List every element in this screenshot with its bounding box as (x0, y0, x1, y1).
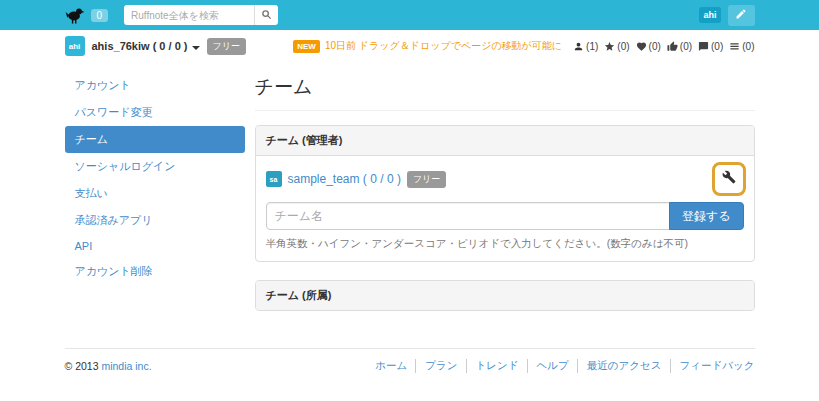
footer-link-plan[interactable]: プラン (415, 359, 457, 373)
wrench-icon (722, 170, 736, 188)
plan-badge: フリー (207, 38, 246, 55)
settings-sidebar: アカウント パスワード変更 チーム ソーシャルログイン 支払い 承認済みアプリ … (65, 72, 245, 322)
news-link[interactable]: 10日前 ドラッグ＆ドロップでページの移動が可能に (325, 39, 562, 53)
stat-hearts[interactable]: (0) (636, 41, 661, 52)
sidebar-item-authorized-apps[interactable]: 承認済みアプリ (65, 207, 245, 234)
sidebar-item-delete-account[interactable]: アカウント削除 (65, 258, 245, 285)
footer-link-help[interactable]: ヘルプ (527, 359, 569, 373)
footer-link-recent-access[interactable]: 最近のアクセス (577, 359, 662, 373)
search-button[interactable] (254, 5, 278, 25)
member-team-panel: チーム (所属) (255, 280, 755, 311)
stat-count: (0) (711, 41, 723, 52)
stat-count: (0) (617, 41, 629, 52)
team-settings-button[interactable] (718, 167, 740, 191)
team-name-input[interactable] (266, 202, 670, 230)
team-avatar[interactable]: sa (266, 171, 282, 187)
stat-count: (1) (586, 41, 598, 52)
username-dropdown[interactable]: ahis_76kiw ( 0 / 0 ) (92, 40, 200, 52)
site-search (124, 5, 278, 25)
stat-count: (0) (680, 41, 692, 52)
user-info-bar: ahi ahis_76kiw ( 0 / 0 ) フリー NEW 10日前 ドラ… (0, 30, 819, 62)
sidebar-item-social-login[interactable]: ソーシャルログイン (65, 153, 245, 180)
admin-panel-header: チーム (管理者) (256, 126, 754, 156)
page-footer: © 2013 mindia inc. ホーム プラン トレンド ヘルプ 最近のア… (65, 348, 755, 401)
team-row: sa sample_team ( 0 / 0 ) フリー (266, 166, 744, 192)
stat-thumbs[interactable]: (0) (667, 41, 692, 52)
footer-link-trend[interactable]: トレンド (466, 359, 519, 373)
sidebar-item-api[interactable]: API (65, 234, 245, 258)
stat-lists[interactable]: (0) (729, 41, 754, 52)
stat-comments[interactable]: (0) (698, 41, 723, 52)
footer-links: ホーム プラン トレンド ヘルプ 最近のアクセス フィードバック (375, 359, 754, 373)
sidebar-item-payment[interactable]: 支払い (65, 180, 245, 207)
stat-stars[interactable]: (0) (604, 41, 629, 52)
admin-team-panel: チーム (管理者) sa sample_team ( 0 / 0 ) フリー (255, 125, 755, 262)
comment-icon (698, 41, 709, 52)
news-new-badge: NEW (293, 40, 320, 53)
team-name-link[interactable]: sample_team ( 0 / 0 ) (288, 172, 401, 186)
chevron-down-icon (192, 46, 200, 50)
register-team-button[interactable]: 登録する (669, 202, 744, 230)
create-team-form: 登録する (266, 202, 744, 230)
sidebar-item-account[interactable]: アカウント (65, 72, 245, 99)
star-icon (604, 41, 615, 52)
search-input[interactable] (124, 5, 254, 25)
heart-icon (636, 41, 647, 52)
person-icon (573, 41, 584, 52)
username-label: ahis_76kiw ( 0 / 0 ) (92, 40, 188, 52)
footer-link-feedback[interactable]: フィードバック (670, 359, 755, 373)
copyright-text: © 2013 (65, 360, 99, 372)
team-plan-badge: フリー (407, 171, 446, 188)
sidebar-item-password[interactable]: パスワード変更 (65, 99, 245, 126)
top-navbar: 0 ahi (0, 0, 819, 30)
list-icon (729, 41, 740, 52)
thumbs-up-icon (667, 41, 678, 52)
new-page-button[interactable] (728, 5, 755, 26)
page-title: チーム (255, 72, 755, 111)
sidebar-item-team[interactable]: チーム (65, 126, 245, 153)
copyright: © 2013 mindia inc. (65, 360, 152, 372)
mindia-link[interactable]: mindia inc. (101, 360, 151, 372)
bird-logo-icon[interactable] (65, 7, 85, 24)
user-stats: (1) (0) (0) (573, 41, 754, 52)
user-avatar[interactable]: ahi (65, 36, 85, 56)
stat-members[interactable]: (1) (573, 41, 598, 52)
member-panel-header: チーム (所属) (256, 281, 754, 310)
user-chip[interactable]: ahi (699, 7, 720, 23)
footer-link-home[interactable]: ホーム (375, 359, 407, 373)
stat-count: (0) (649, 41, 661, 52)
search-icon (261, 8, 272, 23)
stat-count: (0) (742, 41, 754, 52)
team-name-help-text: 半角英数・ハイフン・アンダースコア・ピリオドで入力してください。(数字のみは不可… (266, 237, 744, 251)
pencil-icon (735, 8, 747, 23)
notification-count-badge[interactable]: 0 (91, 9, 109, 22)
